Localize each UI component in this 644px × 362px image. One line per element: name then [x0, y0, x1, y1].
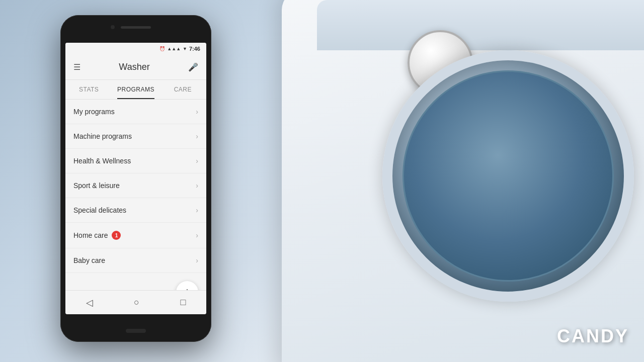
washer-drum-inner — [403, 70, 614, 282]
chevron-icon: › — [196, 231, 198, 239]
candy-logo: CANDY — [557, 326, 629, 347]
status-bar: ⏰ ▲▲▲ ▼ 7:46 — [65, 43, 206, 55]
fab-container: + — [65, 273, 206, 290]
back-button[interactable]: ◁ — [86, 297, 93, 308]
signal-bars: ▲▲▲ — [167, 46, 181, 51]
mic-icon[interactable]: 🎤 — [188, 62, 198, 72]
chevron-icon: › — [196, 132, 198, 140]
chevron-icon: › — [196, 157, 198, 165]
app-header: ☰ Washer 🎤 — [65, 55, 206, 80]
android-nav: ◁ ○ □ — [65, 290, 206, 314]
chevron-icon: › — [196, 206, 198, 214]
list-item-label: My programs — [73, 108, 115, 116]
list-item-special-delicates[interactable]: Special delicates › — [65, 198, 206, 223]
phone-home-indicator — [126, 329, 146, 333]
wifi-icon: ▼ — [183, 46, 187, 51]
tabs-bar: STATS PROGRAMS CARE — [65, 80, 206, 100]
menu-icon[interactable]: ☰ — [73, 62, 80, 72]
app-title: Washer — [119, 62, 149, 72]
list-item-left: My programs — [73, 108, 115, 116]
list-item-health-wellness[interactable]: Health & Wellness › — [65, 149, 206, 173]
phone-device: ⏰ ▲▲▲ ▼ 7:46 ☰ Washer 🎤 STATS PROGRAMS — [60, 15, 211, 342]
phone-speaker — [121, 26, 151, 29]
recents-button[interactable]: □ — [180, 297, 186, 308]
list-item-sport-leisure[interactable]: Sport & leisure › — [65, 173, 206, 198]
list-item-label: Machine programs — [73, 132, 132, 140]
list-item-label: Home care — [73, 231, 108, 239]
list-item-machine-programs[interactable]: Machine programs › — [65, 124, 206, 149]
chevron-icon: › — [196, 108, 198, 116]
phone-camera — [111, 25, 115, 29]
list-item-left: Special delicates — [73, 206, 126, 214]
list-item-label: Special delicates — [73, 206, 126, 214]
phone-screen: ⏰ ▲▲▲ ▼ 7:46 ☰ Washer 🎤 STATS PROGRAMS — [65, 43, 206, 314]
programs-list: My programs › Machine programs › Health … — [65, 100, 206, 290]
list-item-baby-care[interactable]: Baby care › — [65, 248, 206, 273]
washer-drum — [382, 50, 634, 302]
list-item-left: Machine programs — [73, 132, 132, 140]
list-item-left: Sport & leisure — [73, 182, 120, 190]
tab-care[interactable]: CARE — [159, 80, 206, 99]
home-button[interactable]: ○ — [134, 297, 139, 308]
list-item-label: Health & Wellness — [73, 157, 131, 165]
list-item-home-care[interactable]: Home care 1 › — [65, 223, 206, 248]
status-time: 7:46 — [189, 46, 200, 52]
washer-control-panel — [317, 0, 644, 50]
list-item-label: Sport & leisure — [73, 182, 120, 190]
list-item-my-programs[interactable]: My programs › — [65, 100, 206, 124]
washer-body — [282, 0, 644, 362]
tab-stats[interactable]: STATS — [65, 80, 112, 99]
chevron-icon: › — [196, 256, 198, 264]
list-item-left: Baby care — [73, 256, 105, 264]
list-item-left: Health & Wellness — [73, 157, 131, 165]
status-icons: ⏰ ▲▲▲ ▼ 7:46 — [159, 46, 200, 52]
phone-frame: ⏰ ▲▲▲ ▼ 7:46 ☰ Washer 🎤 STATS PROGRAMS — [60, 15, 211, 342]
tab-programs[interactable]: PROGRAMS — [112, 80, 159, 99]
list-item-label: Baby care — [73, 256, 105, 264]
screen-content: ⏰ ▲▲▲ ▼ 7:46 ☰ Washer 🎤 STATS PROGRAMS — [65, 43, 206, 314]
chevron-icon: › — [196, 182, 198, 190]
list-item-left: Home care 1 — [73, 231, 121, 240]
home-care-badge: 1 — [112, 231, 121, 240]
washer-background — [191, 0, 644, 362]
battery-icon: ⏰ — [159, 46, 165, 51]
add-program-button[interactable]: + — [176, 281, 198, 290]
